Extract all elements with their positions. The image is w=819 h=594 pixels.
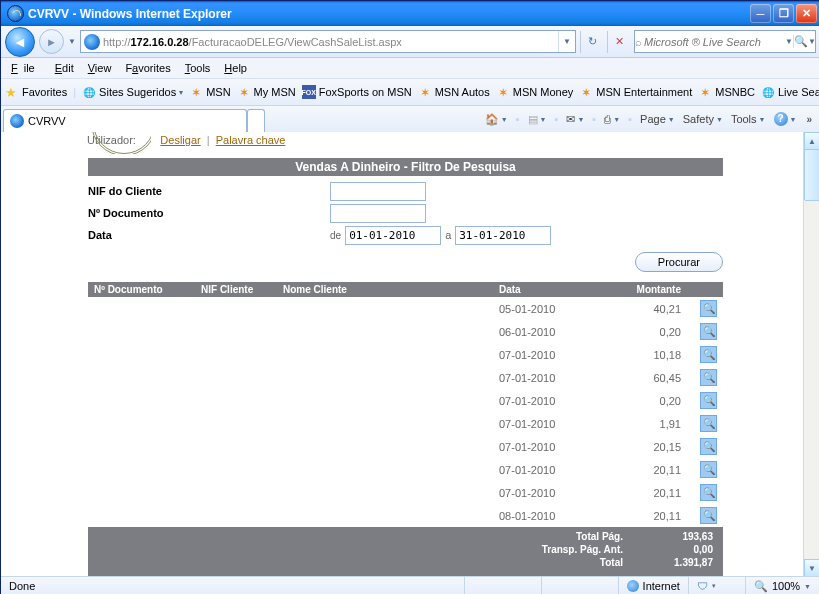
window-minimize-button[interactable]: ─ — [750, 4, 771, 23]
fav-foxsports[interactable]: FOXFoxSports on MSN — [302, 85, 412, 99]
msn-icon: ✶ — [189, 85, 203, 99]
cell-montante: 1,91 — [605, 412, 687, 435]
table-row: 07-01-2010 20,11 🔍 — [88, 458, 723, 481]
menu-file[interactable]: File — [5, 60, 47, 76]
col-n-documento: Nº Documento — [88, 282, 195, 297]
window-maximize-button[interactable]: ❐ — [773, 4, 794, 23]
address-dropdown-icon[interactable]: ▼ — [558, 31, 575, 52]
security-zone[interactable]: Internet — [619, 577, 689, 594]
status-text: Done — [1, 577, 465, 594]
view-detail-button[interactable]: 🔍 — [700, 461, 717, 478]
total-pag-label: Total Pág. — [542, 530, 623, 543]
back-button[interactable]: ◄ — [5, 27, 35, 57]
page-menu[interactable]: Page ▼ — [640, 113, 675, 125]
fav-sites-sugeridos[interactable]: 🌐Sites Sugeridos ▾ — [82, 85, 183, 99]
view-detail-button[interactable]: 🔍 — [700, 484, 717, 501]
scroll-thumb[interactable] — [804, 149, 819, 201]
help-button[interactable]: ?▼ — [774, 112, 797, 126]
fav-my-msn[interactable]: ✶My MSN — [237, 85, 296, 99]
view-detail-button[interactable]: 🔍 — [700, 507, 717, 524]
fav-msn-money[interactable]: ✶MSN Money — [496, 85, 574, 99]
cell-data: 07-01-2010 — [493, 458, 605, 481]
fav-msnbc[interactable]: ✶MSNBC — [698, 85, 755, 99]
table-row: 07-01-2010 20,15 🔍 — [88, 435, 723, 458]
cell-data: 07-01-2010 — [493, 481, 605, 504]
data-to-input[interactable] — [455, 226, 551, 245]
view-detail-button[interactable]: 🔍 — [700, 323, 717, 340]
procurar-button[interactable]: Procurar — [635, 252, 723, 272]
fav-msn-entertainment[interactable]: ✶MSN Entertainment — [579, 85, 692, 99]
view-detail-button[interactable]: 🔍 — [700, 369, 717, 386]
forward-button[interactable]: ► — [39, 29, 64, 54]
ie-logo-icon — [7, 5, 24, 22]
cell-montante: 60,45 — [605, 366, 687, 389]
address-bar[interactable]: http://172.16.0.28/FacturacaoDELEG/ViewC… — [80, 30, 576, 53]
star-icon: ★ — [5, 85, 17, 100]
fav-live-search-traffic[interactable]: 🌐Live Search Traffic ▾ — [761, 85, 819, 99]
n-documento-input[interactable] — [330, 204, 426, 223]
search-provider-dropdown-icon[interactable]: ▼ — [785, 37, 793, 46]
menu-edit[interactable]: Edit — [49, 60, 80, 76]
command-bar: 🏠▼ ▪ ▤▼ ▪ ✉▼ ▪ ⎙▼ ▪ Page ▼ Safety ▼ Tool… — [485, 106, 819, 132]
commandbar-overflow-icon[interactable]: » — [806, 114, 812, 125]
palavra-chave-link[interactable]: Palavra chave — [216, 134, 286, 146]
cell-montante: 0,20 — [605, 389, 687, 412]
tab-title: CVRVV — [28, 115, 66, 127]
window-close-button[interactable]: ✕ — [796, 4, 817, 23]
stop-button[interactable]: ✕ — [607, 31, 630, 53]
desligar-link[interactable]: Desligar — [160, 134, 200, 146]
view-detail-button[interactable]: 🔍 — [700, 438, 717, 455]
fav-msn-autos[interactable]: ✶MSN Autos — [418, 85, 490, 99]
nav-bar: ◄ ► ▼ http://172.16.0.28/FacturacaoDELEG… — [1, 26, 819, 58]
menu-tools[interactable]: Tools — [179, 60, 217, 76]
cell-montante: 0,20 — [605, 320, 687, 343]
title-bar: CVRVV - Windows Internet Explorer ─ ❐ ✕ — [1, 1, 819, 26]
nav-dropdown-icon[interactable]: ▼ — [68, 37, 76, 46]
scroll-down-button[interactable]: ▼ — [804, 559, 819, 577]
status-bar: Done Internet 🛡▾ 🔍 100% ▼ — [1, 576, 819, 594]
nif-cliente-input[interactable] — [330, 182, 426, 201]
protected-mode-cell[interactable]: 🛡▾ — [689, 577, 746, 594]
print-button[interactable]: ⎙▼ — [604, 113, 620, 125]
table-row: 06-01-2010 0,20 🔍 — [88, 320, 723, 343]
tools-menu[interactable]: Tools ▼ — [731, 113, 766, 125]
menu-help[interactable]: Help — [218, 60, 253, 76]
col-nome-cliente: Nome Cliente — [277, 282, 493, 297]
refresh-button[interactable]: ↻ — [580, 31, 603, 53]
favorites-button[interactable]: ★Favorites — [5, 85, 67, 100]
search-provider-icon[interactable]: ⌕ — [635, 36, 642, 48]
safety-menu[interactable]: Safety ▼ — [683, 113, 723, 125]
table-row: 07-01-2010 1,91 🔍 — [88, 412, 723, 435]
search-options-dropdown-icon[interactable]: ▼ — [808, 37, 816, 46]
menu-view[interactable]: View — [82, 60, 118, 76]
view-detail-button[interactable]: 🔍 — [700, 300, 717, 317]
total-label: Total — [542, 556, 623, 569]
table-row: 08-01-2010 20,11 🔍 — [88, 504, 723, 527]
tab-favicon-icon — [10, 114, 24, 128]
table-row: 07-01-2010 20,11 🔍 — [88, 481, 723, 504]
data-from-input[interactable] — [345, 226, 441, 245]
tab-cvrvv[interactable]: CVRVV — [3, 109, 247, 132]
home-button[interactable]: 🏠▼ — [485, 113, 508, 126]
view-detail-button[interactable]: 🔍 — [700, 415, 717, 432]
site-favicon-icon — [84, 34, 100, 50]
transp-pag-ant-label: Transp. Pág. Ant. — [542, 543, 623, 556]
scroll-up-button[interactable]: ▲ — [804, 132, 819, 150]
zoom-control[interactable]: 🔍 100% ▼ — [746, 577, 819, 594]
ie-favicon-icon: 🌐 — [761, 85, 775, 99]
mail-button[interactable]: ✉▼ — [566, 113, 584, 126]
msn-icon: ✶ — [496, 85, 510, 99]
fav-msn[interactable]: ✶MSN — [189, 85, 230, 99]
view-detail-button[interactable]: 🔍 — [700, 346, 717, 363]
view-detail-button[interactable]: 🔍 — [700, 392, 717, 409]
data-label: Data — [88, 229, 330, 241]
menu-favorites[interactable]: Favorites — [119, 60, 176, 76]
cell-data: 05-01-2010 — [493, 297, 605, 320]
search-go-button[interactable]: 🔍 — [793, 35, 808, 48]
search-input[interactable] — [642, 35, 785, 49]
search-box[interactable]: ⌕ ▼ 🔍 ▼ — [634, 30, 816, 53]
n-documento-label: Nº Documento — [88, 207, 330, 219]
vertical-scrollbar[interactable]: ▲ ▼ — [803, 132, 819, 577]
new-tab-button[interactable] — [247, 109, 265, 132]
feeds-button[interactable]: ▤▼ — [528, 113, 547, 126]
